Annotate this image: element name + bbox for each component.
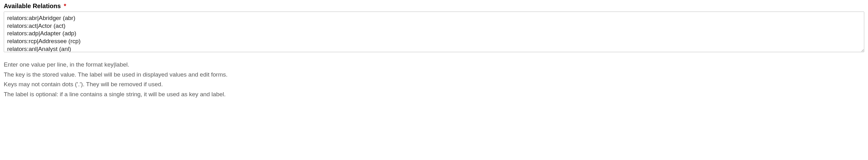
required-asterisk-icon: * <box>64 2 66 9</box>
help-line-3: Keys may not contain dots ('.'). They wi… <box>4 80 864 89</box>
help-line-4: The label is optional: if a line contain… <box>4 90 864 99</box>
field-label-text: Available Relations <box>4 2 61 9</box>
available-relations-textarea[interactable] <box>4 11 864 52</box>
help-line-1: Enter one value per line, in the format … <box>4 60 864 70</box>
help-text-block: Enter one value per line, in the format … <box>4 60 864 99</box>
help-line-2: The key is the stored value. The label w… <box>4 70 864 79</box>
field-label: Available Relations * <box>4 2 864 10</box>
